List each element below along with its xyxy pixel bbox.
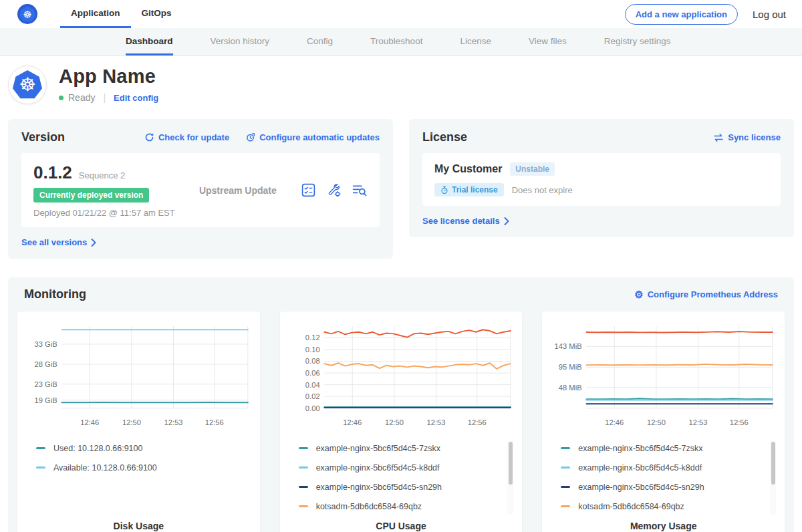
version-card: Version Check for update Configure au — [8, 119, 393, 259]
legend-label: Used: 10.128.0.66:9100 — [53, 444, 142, 453]
channel-badge: Unstable — [510, 162, 555, 176]
app-status-label: Ready — [68, 92, 95, 103]
top-nav: ☸ Application GitOps Add a new applicati… — [0, 0, 802, 28]
preflight-checklist-icon[interactable] — [301, 182, 316, 198]
version-heading: Version — [21, 130, 65, 144]
legend-item: example-nginx-5bc6f5d4c5-sn29h — [561, 477, 778, 497]
svg-text:12:50: 12:50 — [385, 418, 404, 426]
legend-scrollbar-thumb[interactable] — [771, 442, 775, 485]
sync-icon — [713, 133, 724, 142]
svg-text:48 MiB: 48 MiB — [559, 384, 582, 392]
svg-text:28 GiB: 28 GiB — [34, 360, 57, 368]
legend-item: example-nginx-5bc6f5d4c5-sn29h — [299, 477, 516, 497]
legend-item: Used: 10.128.0.66:9100 — [36, 438, 253, 458]
svg-text:12:46: 12:46 — [343, 418, 362, 426]
svg-text:12:56: 12:56 — [467, 418, 486, 426]
legend-scrollbar — [770, 440, 776, 515]
tab-view-files[interactable]: View files — [529, 28, 567, 55]
add-application-button[interactable]: Add a new application — [625, 4, 738, 25]
svg-text:0.12: 0.12 — [305, 334, 320, 342]
nav-item-gitops[interactable]: GitOps — [131, 0, 182, 28]
svg-text:12:56: 12:56 — [205, 418, 224, 426]
tab-config[interactable]: Config — [307, 28, 333, 55]
chevron-right-icon — [91, 239, 96, 247]
view-logs-icon[interactable] — [352, 183, 368, 198]
svg-text:12:53: 12:53 — [164, 418, 183, 426]
disk-usage-chart: 33 GiB28 GiB23 GiB19 GiB12:4612:5012:531… — [24, 319, 253, 432]
memory-usage-chart: 143 MiB95 MiB48 MiB12:4612:5012:5312:56 — [549, 319, 778, 432]
legend-scrollbar — [507, 440, 513, 515]
chart-title-cpu: CPU Usage — [287, 521, 516, 531]
customer-name: My Customer — [434, 163, 502, 175]
svg-text:12:50: 12:50 — [122, 418, 141, 426]
edit-config-link[interactable]: Edit config — [114, 93, 158, 103]
svg-text:12:56: 12:56 — [730, 418, 749, 426]
legend-label: example-nginx-5bc6f5d4c5-k8ddf — [316, 463, 440, 473]
sync-license-link[interactable]: Sync license — [713, 132, 781, 142]
version-number: 0.1.2 — [33, 162, 72, 183]
legend-swatch — [299, 467, 308, 469]
app-tab-bar: Dashboard Version history Config Trouble… — [0, 28, 802, 56]
legend-swatch — [299, 447, 308, 449]
tab-version-history[interactable]: Version history — [211, 28, 270, 55]
chevron-right-icon — [504, 217, 509, 225]
legend-label: example-nginx-5bc6f5d4c5-k8ddf — [578, 463, 702, 473]
legend-swatch — [561, 486, 570, 488]
config-wrench-icon[interactable] — [326, 182, 342, 198]
svg-text:0.00: 0.00 — [305, 404, 320, 412]
nav-item-application[interactable]: Application — [60, 0, 131, 28]
cpu-usage-card: 0.120.100.080.060.040.020.0012:4612:5012… — [279, 311, 523, 532]
svg-text:12:53: 12:53 — [426, 418, 445, 426]
app-header: ☸ App Name Ready | Edit config — [0, 56, 802, 104]
cpu-usage-chart: 0.120.100.080.060.040.020.0012:4612:5012… — [287, 319, 516, 432]
license-card: License Sync license My Customer Unstabl… — [409, 119, 794, 237]
disk-usage-card: 33 GiB28 GiB23 GiB19 GiB12:4612:5012:531… — [17, 311, 261, 532]
legend-scrollbar-thumb[interactable] — [509, 442, 513, 485]
legend-item: example-nginx-5bc6f5d4c5-k8ddf — [561, 458, 778, 477]
legend-item: kotsadm-5db6dc6584-69qbz — [299, 497, 516, 516]
legend-item: kotsadm-5db6dc6584-69qbz — [561, 497, 778, 516]
svg-text:33 GiB: 33 GiB — [34, 340, 57, 348]
configure-automatic-updates-link[interactable]: Configure automatic updates — [245, 132, 380, 142]
see-license-details-link[interactable]: See license details — [422, 216, 509, 226]
svg-text:23 GiB: 23 GiB — [34, 380, 57, 388]
tab-troubleshoot[interactable]: Troubleshoot — [370, 28, 422, 55]
legend-swatch — [299, 486, 308, 488]
tab-dashboard[interactable]: Dashboard — [126, 28, 173, 55]
legend-label: example-nginx-5bc6f5d4c5-sn29h — [578, 483, 704, 492]
svg-text:12:46: 12:46 — [80, 418, 99, 426]
kubernetes-logo-icon: ☸ — [17, 4, 37, 24]
trial-license-badge: Trial license — [434, 183, 504, 196]
chart-title-disk: Disk Usage — [24, 521, 253, 531]
svg-text:0.06: 0.06 — [305, 369, 320, 377]
monitoring-section: Monitoring ⚙ Configure Prometheus Addres… — [8, 277, 794, 532]
sequence-label: Sequence 2 — [79, 170, 125, 180]
app-icon: ☸ — [8, 65, 47, 104]
memory-usage-legend: example-nginx-5bc6f5d4c5-7zskxexample-ng… — [549, 438, 778, 519]
tab-license[interactable]: License — [460, 28, 491, 55]
legend-swatch — [36, 447, 45, 449]
license-details-box: My Customer Unstable Trial license Does … — [422, 153, 781, 206]
legend-item: example-nginx-5bc6f5d4c5-k8ddf — [299, 458, 516, 477]
legend-item: example-nginx-5bc6f5d4c5-7zskx — [561, 438, 778, 458]
svg-text:0.04: 0.04 — [305, 381, 320, 389]
stopwatch-icon — [440, 186, 448, 194]
legend-swatch — [36, 467, 45, 469]
disk-usage-legend: Used: 10.128.0.66:9100Available: 10.128.… — [24, 438, 253, 519]
current-version-box: 0.1.2 Sequence 2 Currently deployed vers… — [21, 153, 380, 227]
legend-swatch — [561, 447, 570, 449]
tab-registry-settings[interactable]: Registry settings — [604, 28, 671, 55]
check-for-update-link[interactable]: Check for update — [144, 132, 229, 142]
monitoring-heading: Monitoring — [24, 287, 86, 301]
svg-text:19 GiB: 19 GiB — [34, 396, 57, 404]
logout-button[interactable]: Log out — [753, 9, 786, 20]
see-all-versions-link[interactable]: See all versions — [21, 237, 96, 247]
configure-prometheus-link[interactable]: ⚙ Configure Prometheus Address — [634, 289, 778, 299]
legend-label: example-nginx-5bc6f5d4c5-7zskx — [316, 444, 440, 453]
cpu-usage-legend: example-nginx-5bc6f5d4c5-7zskxexample-ng… — [287, 438, 516, 519]
gear-icon: ⚙ — [634, 289, 643, 299]
legend-label: Available: 10.128.0.66:9100 — [53, 463, 157, 473]
chart-title-memory: Memory Usage — [549, 521, 778, 531]
svg-text:12:46: 12:46 — [606, 418, 624, 426]
legend-item: example-nginx-5bc6f5d4c5-7zskx — [299, 438, 516, 458]
